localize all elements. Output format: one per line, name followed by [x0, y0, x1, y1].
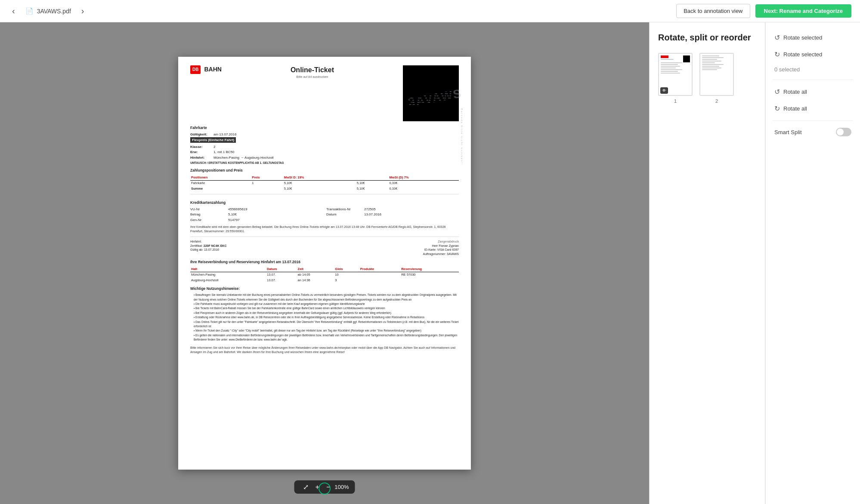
col-gleis: Gleis: [334, 267, 359, 272]
bullet-1: • Beauftragen Sie niemals Unbekannte mit…: [194, 293, 459, 302]
cell-summe: Summe: [190, 186, 251, 192]
qr-code-area: [403, 65, 459, 121]
col-zeit: Zeit: [297, 267, 334, 272]
db-logo-area: DB BAHN: [190, 65, 222, 74]
transaktions-value: 272505: [364, 207, 459, 212]
col-reservierung: Reservierung: [400, 267, 459, 272]
document-content: DB BAHN Online-Ticket Bitte auf A4 ausdr…: [178, 57, 471, 363]
expand-button[interactable]: ⤢: [300, 483, 311, 491]
zoom-level: 100%: [334, 484, 349, 490]
transaktions-label: Transaktions-Nr: [326, 207, 361, 212]
erw-value: 1, mit 1 BC50: [213, 150, 234, 154]
thumb-doc-2: [700, 54, 733, 95]
thumbnail-2[interactable]: 2: [699, 53, 734, 104]
document-page: 3AVAWS Barcode bitte nicht knicken! DB B…: [178, 57, 471, 470]
col-mwstd7: MwSt (D) 7%: [389, 175, 459, 181]
cell-prod2: [359, 278, 400, 283]
ticket-title-area: Online-Ticket Bitte auf A4 ausdrucken: [291, 65, 334, 79]
gen-nr-value: 514797: [228, 218, 323, 222]
prev-button[interactable]: ‹: [9, 4, 19, 18]
db-badge: DB: [190, 65, 201, 74]
rotate-all-ccw-button[interactable]: ↺ Rotate all: [773, 85, 853, 98]
klasse-row: Klasse: 2: [190, 144, 459, 149]
bullet-2: • Die Fahrkarte muss ausgedruckt vorlieg…: [194, 302, 459, 306]
payment-section: Kreditkartenzahlung VU-Nr 4556695619 Tra…: [190, 194, 459, 234]
cell-munich: München-Pasing: [190, 272, 266, 278]
gueltigkeit-label: Gültigkeit:: [190, 132, 212, 137]
hinfahrt-row: Hinfahrt: München-Pasing → Augsburg-Hoch…: [190, 155, 459, 160]
barcode-side-text: Barcode bitte nicht knicken!: [461, 108, 463, 164]
table-row: Summe 5,10€ 5,10€ 0,33€: [190, 186, 459, 192]
cell-date1: 13.07.: [266, 272, 297, 278]
qr-code: [403, 65, 459, 121]
cell-gleis1: 10: [334, 272, 359, 278]
doc-header: DB BAHN Online-Ticket Bitte auf A4 ausdr…: [190, 65, 459, 121]
smart-split-label: Smart Split: [774, 129, 802, 135]
reiseverbindung-title: Ihre Reiseverbindung und Reservierung Hi…: [190, 260, 459, 265]
cell-1: 1: [251, 181, 283, 186]
qr-pattern: [409, 72, 452, 114]
filename-display: 📄 3AVAWS.pdf: [25, 7, 71, 15]
rotate-all-cw-label: Rotate all: [783, 105, 807, 112]
divider-1: [773, 80, 853, 80]
online-ticket-title: Online-Ticket: [291, 65, 334, 75]
rotate-ccw-selected-button[interactable]: ↺ Rotate selected: [773, 31, 853, 44]
cell-date2: 13.07.: [266, 278, 297, 283]
rotate-cw-selected-button[interactable]: ↻ Rotate selected: [773, 48, 853, 61]
rotate-ccw-icon: ↺: [774, 34, 780, 42]
cell-time1: ab 14:05: [297, 272, 334, 278]
payments-table: Positionen Preis MwSt D: 19% MwSt (D) 7%…: [190, 175, 459, 192]
cell-prod1: [359, 272, 400, 278]
cell-5-10c: 5,10€: [283, 186, 356, 192]
vnu-value: 4556695619: [228, 207, 323, 212]
cert-details: Hinfahrt: Zertifikat: 220F NC4K EKC Gült…: [190, 240, 226, 256]
table-row: Augsburg-Hochzoll 13.07. an 14:36 3: [190, 278, 459, 283]
rotate-all-ccw-label: Rotate all: [783, 89, 807, 95]
back-to-annotation-button[interactable]: Back to annotation view: [676, 4, 750, 18]
bullet-4: • Bei Flexpreisen auch in anderen Zügen …: [194, 311, 459, 315]
kreditkarte-text: Ihre Kreditkarte wird mit dem oben genan…: [190, 225, 459, 234]
panel-title: Rotate, split or reorder: [658, 33, 756, 43]
col-mwst7: [356, 175, 389, 181]
thumb-number-2: 2: [715, 98, 718, 104]
cell-augsburg: Augsburg-Hochzoll: [190, 278, 266, 283]
rotate-sidebar: ↺ Rotate selected ↻ Rotate selected 0 se…: [765, 22, 860, 504]
cell-5-10b: 5,10€: [356, 181, 389, 186]
cell-reserv2: [400, 278, 459, 283]
rotate-all-cw-button[interactable]: ↻ Rotate all: [773, 102, 853, 115]
table-row: München-Pasing 13.07. ab 14:05 10 RE 570…: [190, 272, 459, 278]
next-nav-button[interactable]: ›: [78, 4, 88, 18]
erw-row: Erw: 1, mit 1 BC50: [190, 150, 459, 154]
bullet-5: • Erstattung oder Rücknahme über www.bah…: [194, 315, 459, 320]
travel-table: Halt Datum Zeit Gleis Produkte Reservier…: [190, 267, 459, 283]
nutzungshinweise-title: Wichtige Nutzungshinweise:: [190, 286, 459, 292]
cell-5-10d: 5,10€: [356, 186, 389, 192]
hinfahrt-value: München-Pasing → Augsburg-Hochzoll: [213, 155, 274, 160]
klasse-label: Klasse:: [190, 144, 212, 149]
footer-text: Bitte informieren Sie sich kurz vor Ihre…: [190, 346, 459, 355]
bullet-6: • Das Online-Ticket gilt nur für den unt…: [194, 320, 459, 329]
cursor-indicator: [319, 482, 331, 495]
bullet-8: • Es gelten die nationalen und internati…: [194, 333, 459, 342]
bullet-7: • Wenn Ihr Ticket den Zusatz "-City" ode…: [194, 329, 459, 333]
datum-label: Datum: [326, 212, 361, 217]
thumbnail-list: 👁 1: [658, 53, 756, 104]
col-datum: Datum: [266, 267, 297, 272]
smart-split-row: Smart Split: [773, 126, 853, 138]
rotate-all-ccw-icon: ↺: [774, 88, 780, 96]
col-preis: Preis: [251, 175, 283, 181]
cell-5-10: 5,10€: [283, 181, 356, 186]
thumbnail-1[interactable]: 👁 1: [658, 53, 693, 104]
next-rename-button[interactable]: Next: Rename and Categorize: [755, 4, 852, 18]
gueltigkeit-row: Gültigkeit: am 13.07.2016: [190, 132, 459, 137]
rotate-split-panel: Rotate, split or reorder: [650, 22, 765, 504]
auftrag-row: Auftragsnummer: 3AVAWS: [423, 252, 459, 256]
rotate-all-cw-icon: ↻: [774, 104, 780, 113]
divider-2: [773, 120, 853, 121]
smart-split-toggle[interactable]: [836, 128, 851, 136]
thumb-wrap-1: 👁: [658, 53, 693, 96]
table-row: Fahrkarte 1 5,10€ 5,10€ 0,33€: [190, 181, 459, 186]
bahn-label: BAHN: [204, 65, 221, 74]
pdf-icon: 📄: [25, 7, 34, 15]
zahlungspos-title: Zahlungspositionen und Preis: [190, 168, 459, 173]
